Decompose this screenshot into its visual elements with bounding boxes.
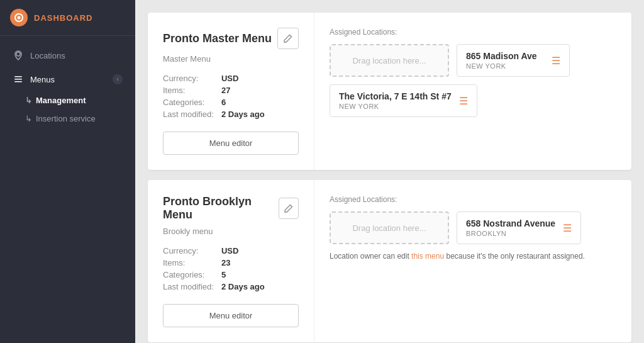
edit-button-master[interactable]: [277, 28, 299, 49]
menu-details-master: Currency:USD Items:27 Categories:6 Last …: [163, 72, 299, 120]
location-badge-madison: 865 Madison Ave NEW YORK ☰: [457, 44, 570, 77]
location-city-nostrand: BROOKLYN: [466, 230, 555, 237]
menus-label: Menus: [30, 75, 55, 84]
assigned-label-brooklyn: Assigned Locations:: [330, 195, 616, 204]
sidebar-header: DASHBOARD: [0, 0, 135, 36]
svg-rect-5: [14, 81, 22, 82]
location-city-victoria: NEW YORK: [339, 103, 452, 110]
menu-subtitle-master: Master Menu: [163, 54, 299, 64]
menu-details-brooklyn: Currency:USD Items:23 Categories:5 Last …: [163, 245, 299, 293]
edit-button-brooklyn[interactable]: [279, 198, 299, 219]
location-name-nostrand: 658 Nostrand Avenue: [466, 218, 555, 228]
sidebar: DASHBOARD Locations Menus ‹ ↳ Management…: [0, 0, 135, 343]
svg-rect-3: [14, 76, 22, 77]
nav-sub-menus: ↳ Management ↳ Insertion service: [0, 91, 135, 128]
svg-rect-4: [14, 79, 22, 80]
menu-list-icon: [13, 74, 24, 85]
location-badge-nostrand: 658 Nostrand Avenue BROOKLYN ☰: [457, 211, 581, 244]
location-menu-icon-nostrand[interactable]: ☰: [563, 222, 572, 234]
sidebar-nav: Locations Menus ‹ ↳ Management ↳ Inserti…: [0, 36, 135, 343]
drag-placeholder-brooklyn[interactable]: Drag location here...: [330, 211, 449, 244]
location-menu-icon-victoria[interactable]: ☰: [459, 95, 468, 107]
location-name-victoria: The Victoria, 7 E 14th St #7: [339, 91, 452, 101]
menu-title-master: Pronto Master Menu: [163, 32, 272, 45]
app-logo-icon: [10, 9, 28, 26]
location-city-madison: NEW YORK: [466, 62, 537, 70]
sidebar-item-menus[interactable]: Menus ‹: [0, 67, 135, 91]
menu-title-row-brooklyn: Pronto Brooklyn Menu: [163, 195, 299, 222]
collapse-arrow-icon[interactable]: ‹: [113, 74, 123, 84]
location-menu-icon-madison[interactable]: ☰: [552, 55, 560, 67]
menu-title-brooklyn: Pronto Brooklyn Menu: [163, 195, 279, 222]
menu-card-pronto-master: Pronto Master Menu Master Menu Currency:…: [148, 13, 631, 170]
locations-label: Locations: [30, 51, 65, 60]
drag-placeholder-master[interactable]: Drag location here...: [330, 44, 449, 77]
sidebar-item-locations[interactable]: Locations: [0, 43, 135, 67]
locations-grid-brooklyn: Drag location here... 658 Nostrand Avenu…: [330, 211, 616, 244]
sidebar-title: DASHBOARD: [34, 13, 93, 23]
location-name-madison: 865 Madison Ave: [466, 51, 537, 61]
menu-card-pronto-brooklyn: Pronto Brooklyn Menu Brookly menu Curren…: [148, 180, 631, 342]
location-badge-victoria: The Victoria, 7 E 14th St #7 NEW YORK ☰: [330, 84, 477, 117]
menu-card-right-brooklyn: Assigned Locations: Drag location here..…: [314, 180, 631, 342]
location-note-link[interactable]: this menu: [411, 252, 444, 261]
sidebar-item-management[interactable]: ↳ Management: [13, 91, 135, 110]
sidebar-item-insertion-service[interactable]: ↳ Insertion service: [13, 110, 135, 128]
location-note-brooklyn: Location owner can edit this menu becaus…: [330, 250, 616, 262]
menu-card-left-brooklyn: Pronto Brooklyn Menu Brookly menu Curren…: [148, 180, 314, 342]
main-content: Pronto Master Menu Master Menu Currency:…: [135, 0, 644, 343]
assigned-label-master: Assigned Locations:: [330, 28, 616, 37]
menu-editor-button-master[interactable]: Menu editor: [163, 132, 299, 155]
menu-title-row-master: Pronto Master Menu: [163, 28, 299, 49]
menu-card-left-master: Pronto Master Menu Master Menu Currency:…: [148, 13, 314, 170]
location-icon: [13, 50, 24, 61]
menu-subtitle-brooklyn: Brookly menu: [163, 227, 299, 236]
svg-point-1: [18, 16, 21, 20]
menu-editor-button-brooklyn[interactable]: Menu editor: [163, 304, 299, 327]
locations-grid-master: Drag location here... 865 Madison Ave NE…: [330, 44, 616, 77]
svg-point-2: [16, 52, 20, 56]
menu-card-right-master: Assigned Locations: Drag location here..…: [314, 13, 631, 170]
